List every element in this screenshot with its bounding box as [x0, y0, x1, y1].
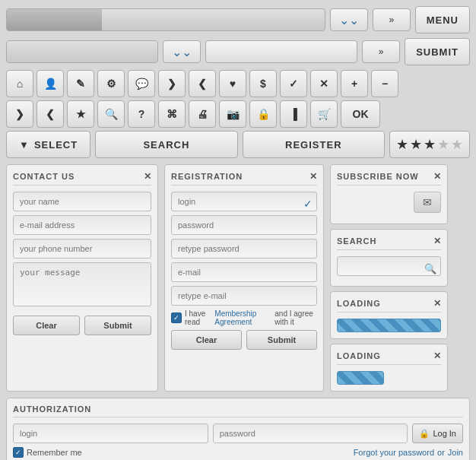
- star-rating[interactable]: ★ ★ ★ ★ ★: [389, 131, 470, 158]
- check-button[interactable]: ✓: [280, 70, 307, 97]
- auth-login-input[interactable]: [13, 424, 208, 443]
- join-link[interactable]: Join: [448, 448, 463, 457]
- bar-chart-button[interactable]: ▐: [280, 100, 307, 128]
- subscribe-icon-row: ✉: [337, 192, 441, 213]
- forgot-password-link[interactable]: Forgot your password: [354, 448, 434, 457]
- select-button[interactable]: ▼ SELECT: [6, 131, 90, 158]
- submit-button[interactable]: SUBMIT: [405, 38, 470, 65]
- heart-button[interactable]: ♥: [219, 70, 246, 97]
- ok-button[interactable]: OK: [341, 100, 380, 128]
- loading-panel-2-close[interactable]: ✕: [433, 351, 441, 361]
- blue-chevron-dropdown-2[interactable]: ⌄⌄: [163, 40, 201, 63]
- subscribe-panel-header: SUBSCRIBE NOW ✕: [337, 171, 441, 186]
- log-in-label: Log In: [433, 429, 456, 438]
- lock-button[interactable]: 🔒: [249, 100, 277, 128]
- search-action-button[interactable]: SEARCH: [95, 131, 237, 158]
- star-5[interactable]: ★: [451, 136, 463, 153]
- agree-text2: and I agree with it: [274, 309, 317, 326]
- print-button[interactable]: 🖨: [189, 100, 216, 128]
- auth-login-button[interactable]: 🔒 Log In: [412, 424, 463, 443]
- subscribe-panel-close[interactable]: ✕: [433, 171, 441, 182]
- remember-checkbox[interactable]: ✓: [13, 447, 24, 458]
- or-text: or: [437, 448, 445, 457]
- search-icon: 🔍: [424, 262, 436, 274]
- loading-panel-1-header: LOADING ✕: [337, 298, 441, 312]
- icon-row-1: ⌂ 👤 ✎ ⚙ 💬 ❯ ❮ ♥ $ ✓ ✕ + −: [6, 70, 470, 97]
- authorization-panel: AUTHORIZATION 🔒 Log In ✓ Remember me For…: [6, 398, 470, 460]
- star-2[interactable]: ★: [410, 136, 422, 153]
- agree-text1: I have read: [185, 309, 211, 326]
- reg-login-input[interactable]: [171, 192, 317, 211]
- blue-chevron-dropdown-1[interactable]: ⌄⌄: [330, 8, 368, 31]
- chat-button[interactable]: 💬: [128, 70, 155, 97]
- action-row: ▼ SELECT SEARCH REGISTER ★ ★ ★ ★ ★: [6, 131, 470, 158]
- lock-icon: 🔒: [419, 429, 430, 439]
- chevron-down-button[interactable]: ❯: [158, 70, 186, 97]
- contact-message-input[interactable]: [13, 262, 151, 306]
- registration-panel-buttons: Clear Submit: [171, 330, 317, 350]
- reg-retype-email-input[interactable]: [171, 286, 317, 306]
- plus-button[interactable]: +: [341, 70, 368, 97]
- star-1[interactable]: ★: [396, 136, 408, 153]
- contact-name-input[interactable]: [13, 192, 151, 211]
- search-button[interactable]: 🔍: [97, 100, 125, 128]
- contact-panel-header: CONTACT US ✕: [13, 171, 151, 186]
- contact-clear-button[interactable]: Clear: [13, 316, 80, 335]
- arrow-left-button[interactable]: ❮: [36, 100, 64, 128]
- subscribe-panel-title: SUBSCRIBE NOW: [337, 172, 419, 181]
- registration-panel: REGISTRATION ✕ ✓ ✓ I have read Membershi…: [164, 164, 324, 392]
- loading-panel-2-header: LOADING ✕: [337, 351, 441, 365]
- remember-text: Remember me: [27, 448, 82, 457]
- camera-button[interactable]: 📷: [219, 100, 246, 128]
- register-button[interactable]: REGISTER: [243, 131, 385, 158]
- membership-link[interactable]: Membership Agreement: [214, 309, 271, 326]
- reg-password-input[interactable]: [171, 215, 317, 235]
- double-chevron-2[interactable]: »: [362, 40, 400, 63]
- star-4[interactable]: ★: [437, 136, 449, 153]
- auth-inputs-row: 🔒 Log In: [13, 424, 463, 443]
- input-wide-2[interactable]: [205, 40, 357, 63]
- progress-fill: [7, 9, 102, 30]
- settings-button[interactable]: ⚙: [97, 70, 125, 97]
- search-panel-close[interactable]: ✕: [433, 236, 441, 246]
- contact-email-input[interactable]: [13, 215, 151, 235]
- rss-button[interactable]: ⌘: [158, 100, 186, 128]
- arrow-right-button[interactable]: ❯: [6, 100, 33, 128]
- contact-submit-button[interactable]: Submit: [84, 316, 151, 335]
- edit-button[interactable]: ✎: [67, 70, 94, 97]
- minus-button[interactable]: −: [371, 70, 398, 97]
- auth-password-input[interactable]: [213, 424, 408, 443]
- registration-panel-close[interactable]: ✕: [309, 171, 317, 182]
- loading-bar-1: [337, 319, 441, 332]
- loading-panel-1-close[interactable]: ✕: [433, 298, 441, 309]
- reg-email-input[interactable]: [171, 262, 317, 282]
- remember-me-label[interactable]: ✓ Remember me: [13, 447, 82, 458]
- cart-button[interactable]: 🛒: [310, 100, 338, 128]
- question-button[interactable]: ?: [128, 100, 155, 128]
- x-button[interactable]: ✕: [310, 70, 338, 97]
- contact-phone-input[interactable]: [13, 239, 151, 259]
- auth-links: Forgot your password or Join: [354, 448, 463, 457]
- star-3[interactable]: ★: [424, 136, 436, 153]
- login-input-wrapper: ✓: [171, 192, 317, 215]
- blue-chevron-icon: ⌄⌄: [339, 13, 359, 27]
- chevron-up-button[interactable]: ❮: [189, 70, 216, 97]
- reg-submit-button[interactable]: Submit: [246, 330, 317, 350]
- agree-checkbox[interactable]: ✓: [171, 312, 182, 323]
- input-wide-1[interactable]: [6, 40, 158, 63]
- star-button[interactable]: ★: [67, 100, 94, 128]
- subscribe-panel: SUBSCRIBE NOW ✕ ✉: [330, 164, 448, 224]
- double-chevron-dropdown[interactable]: »: [373, 8, 411, 31]
- toolbar-row-1: ⌄⌄ » MENU: [6, 6, 470, 33]
- user-button[interactable]: 👤: [36, 70, 64, 97]
- contact-panel-close[interactable]: ✕: [144, 171, 151, 182]
- double-chevron-icon: »: [389, 14, 394, 25]
- search-panel-title: SEARCH: [337, 236, 376, 246]
- dollar-button[interactable]: $: [249, 70, 277, 97]
- reg-clear-button[interactable]: Clear: [171, 330, 242, 350]
- toolbar-row-2: ⌄⌄ » SUBMIT: [6, 38, 470, 65]
- subscribe-mail-icon: ✉: [414, 192, 441, 213]
- reg-retype-password-input[interactable]: [171, 239, 317, 259]
- menu-button[interactable]: MENU: [415, 6, 470, 33]
- home-button[interactable]: ⌂: [6, 70, 33, 97]
